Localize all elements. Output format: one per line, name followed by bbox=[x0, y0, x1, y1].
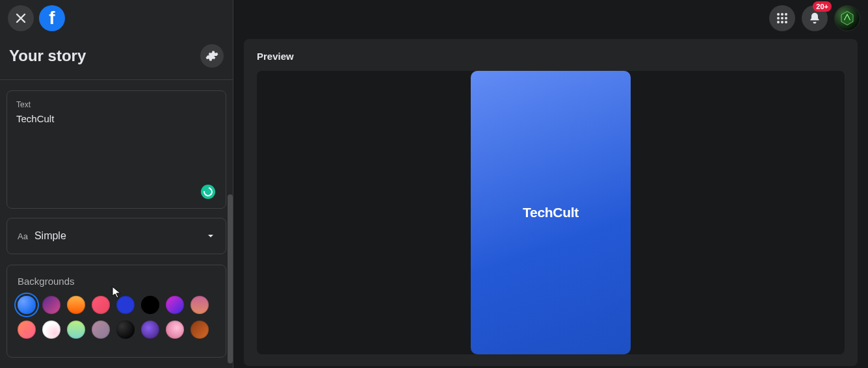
backgrounds-label: Backgrounds bbox=[18, 276, 215, 287]
font-style-select[interactable]: Aa Simple bbox=[7, 218, 226, 254]
profile-avatar[interactable] bbox=[834, 5, 860, 31]
background-swatch-lime-sky[interactable] bbox=[67, 321, 85, 339]
gear-icon bbox=[205, 49, 218, 62]
story-text-panel: Text bbox=[7, 90, 226, 209]
story-settings-button[interactable] bbox=[200, 44, 224, 68]
background-swatch-burnt-orange[interactable] bbox=[191, 321, 209, 339]
font-style-value: Simple bbox=[34, 230, 206, 242]
svg-point-0 bbox=[777, 13, 780, 16]
notifications-button[interactable]: 20+ bbox=[802, 5, 828, 31]
svg-point-3 bbox=[777, 17, 780, 20]
svg-marker-9 bbox=[841, 12, 853, 25]
svg-point-7 bbox=[781, 21, 783, 23]
background-row-1 bbox=[18, 296, 215, 314]
background-swatch-royal-blue[interactable] bbox=[116, 296, 135, 314]
text-field-label: Text bbox=[16, 100, 217, 109]
grid-icon bbox=[776, 12, 788, 24]
svg-point-6 bbox=[777, 21, 780, 23]
background-swatch-pink-petals[interactable] bbox=[166, 321, 184, 339]
background-swatch-white-rose[interactable] bbox=[42, 321, 60, 339]
close-icon bbox=[14, 12, 27, 25]
story-preview-card: TechCult bbox=[471, 71, 631, 354]
svg-point-1 bbox=[781, 13, 783, 16]
page-title: Your story bbox=[9, 47, 86, 65]
sidebar-scrollbar[interactable] bbox=[228, 194, 233, 363]
notifications-badge: 20+ bbox=[813, 1, 832, 12]
background-swatch-black[interactable] bbox=[141, 296, 159, 314]
sidebar: Your story Text Aa Simple Backgrounds bbox=[0, 0, 233, 368]
background-swatch-orange-yellow[interactable] bbox=[67, 296, 85, 314]
main: Preview TechCult bbox=[233, 0, 868, 368]
story-preview-text: TechCult bbox=[523, 205, 579, 220]
background-swatch-black-stars[interactable] bbox=[116, 321, 135, 339]
background-swatch-peach-pink[interactable] bbox=[18, 321, 36, 339]
grammarly-icon[interactable] bbox=[201, 185, 215, 199]
svg-point-2 bbox=[785, 13, 787, 16]
svg-point-5 bbox=[785, 17, 787, 20]
background-swatch-coral[interactable] bbox=[92, 296, 110, 314]
preview-label: Preview bbox=[257, 51, 845, 62]
background-swatch-sunset-pink[interactable] bbox=[191, 296, 209, 314]
background-row-2 bbox=[18, 321, 215, 339]
background-swatch-magenta-blue[interactable] bbox=[166, 296, 184, 314]
avatar-emblem-icon bbox=[837, 8, 857, 28]
story-text-input[interactable] bbox=[16, 113, 217, 135]
background-swatch-blue-gradient[interactable] bbox=[18, 296, 36, 314]
font-aa-icon: Aa bbox=[18, 231, 28, 241]
caret-down-icon bbox=[206, 231, 215, 241]
preview-stage: TechCult bbox=[257, 71, 845, 354]
apps-menu-button[interactable] bbox=[769, 5, 795, 31]
background-swatch-purple-pink[interactable] bbox=[42, 296, 60, 314]
background-swatch-violet-blur[interactable] bbox=[141, 321, 159, 339]
backgrounds-panel: Backgrounds bbox=[7, 265, 226, 358]
sidebar-body: Text Aa Simple Backgrounds bbox=[0, 80, 233, 368]
bell-icon bbox=[808, 12, 821, 25]
preview-panel: Preview TechCult bbox=[244, 39, 858, 366]
svg-point-4 bbox=[781, 17, 783, 20]
topbar: f 20+ bbox=[0, 0, 868, 36]
background-swatch-mauve[interactable] bbox=[92, 321, 110, 339]
svg-point-8 bbox=[785, 21, 787, 23]
facebook-logo[interactable]: f bbox=[39, 5, 65, 31]
close-button[interactable] bbox=[8, 5, 34, 31]
